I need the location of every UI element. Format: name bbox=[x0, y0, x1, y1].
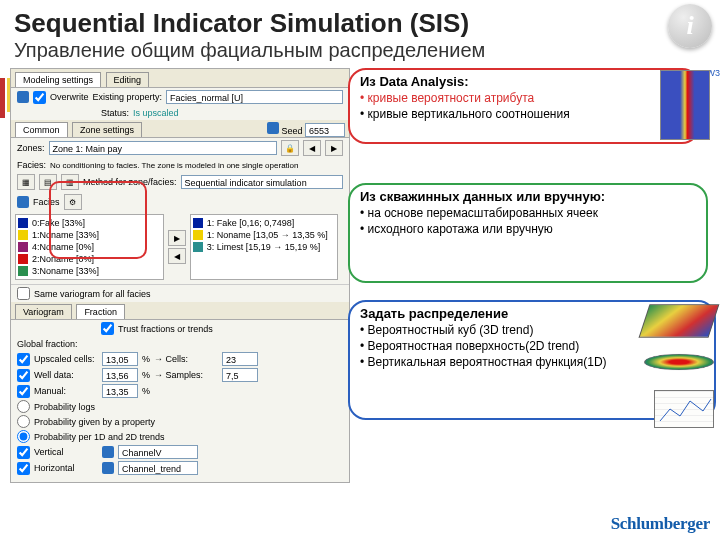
panel-tabs: Modeling settings Editing bbox=[11, 69, 349, 88]
vertical-checkbox[interactable] bbox=[17, 446, 30, 459]
move-left-icon[interactable]: ◀ bbox=[168, 248, 186, 264]
list-item[interactable]: 1: Noname [13,05 → 13,35 %] bbox=[193, 229, 336, 241]
annotation-bullet: • Вероятностная поверхность(2D trend) bbox=[360, 337, 704, 353]
manual-label: Manual: bbox=[34, 386, 98, 396]
radio-prob-1d2d[interactable] bbox=[17, 430, 30, 443]
overwrite-checkbox[interactable] bbox=[33, 91, 46, 104]
tab-editing[interactable]: Editing bbox=[106, 72, 150, 87]
vertical-proportion-thumbnail bbox=[660, 70, 710, 140]
swatch-icon bbox=[193, 230, 203, 240]
welldata-checkbox[interactable] bbox=[17, 369, 30, 382]
arrow-icon[interactable] bbox=[17, 91, 29, 103]
trust-label: Trust fractions or trends bbox=[118, 324, 213, 334]
list-item[interactable]: 1: Fake [0,16; 0,7498] bbox=[193, 217, 336, 229]
annotation-head: Из скважинных данных или вручную: bbox=[360, 189, 696, 204]
existing-property-field[interactable]: Facies_normal [U] bbox=[166, 90, 343, 104]
next-icon[interactable]: ▶ bbox=[325, 140, 343, 156]
status-label: Status: bbox=[101, 108, 129, 118]
seed-field[interactable]: 6553 bbox=[305, 123, 345, 137]
samples-label: → Samples: bbox=[154, 370, 218, 380]
upscaled-field[interactable]: 13,05 bbox=[102, 352, 138, 366]
zones-field[interactable]: Zone 1: Main pay bbox=[49, 141, 277, 155]
page-subtitle: Управление общим фациальным распределени… bbox=[0, 39, 720, 68]
radio-prob-property[interactable] bbox=[17, 415, 30, 428]
channeltrend-field[interactable]: Channel_trend bbox=[118, 461, 198, 475]
welldata-label: Well data: bbox=[34, 370, 98, 380]
annotation-bullet: • на основе перемасштабированных ячеек bbox=[360, 204, 696, 220]
facies-tab-label: Facies: bbox=[17, 160, 46, 170]
tab-modeling-settings[interactable]: Modeling settings bbox=[15, 72, 101, 87]
welldata-field[interactable]: 13,56 bbox=[102, 368, 138, 382]
swatch-icon bbox=[18, 254, 28, 264]
same-variogram-label: Same variogram for all facies bbox=[34, 289, 151, 299]
method-field[interactable]: Sequential indicator simulation bbox=[181, 175, 343, 189]
prev-icon[interactable]: ◀ bbox=[303, 140, 321, 156]
list-item[interactable]: 3: Limest [15,19 → 15,19 %] bbox=[193, 241, 336, 253]
channelv-field[interactable]: ChannelV bbox=[118, 445, 198, 459]
seed-icon[interactable] bbox=[267, 122, 279, 134]
status-value: Is upscaled bbox=[133, 108, 179, 118]
tab-variogram[interactable]: Variogram bbox=[15, 304, 72, 319]
overwrite-label: Overwrite bbox=[50, 92, 89, 102]
radio-prob-1d2d-label: Probability per 1D and 2D trends bbox=[34, 432, 165, 442]
facies-list-right[interactable]: 1: Fake [0,16; 0,7498] 1: Noname [13,05 … bbox=[190, 214, 339, 280]
chart-1d-icon bbox=[654, 390, 714, 428]
radio-prob-logs-label: Probability logs bbox=[34, 402, 95, 412]
same-variogram-checkbox[interactable] bbox=[17, 287, 30, 300]
radio-prob-logs[interactable] bbox=[17, 400, 30, 413]
surface-2d-icon bbox=[644, 354, 714, 370]
radio-prob-property-label: Probability given by a property bbox=[34, 417, 155, 427]
tab-common[interactable]: Common bbox=[15, 122, 68, 137]
facies-highlight-frame bbox=[49, 181, 147, 259]
well-bar-icon bbox=[0, 78, 5, 118]
tab-zone-settings[interactable]: Zone settings bbox=[72, 122, 142, 137]
swatch-icon bbox=[18, 242, 28, 252]
annotation-bullet: • кривые вероятности атрибута bbox=[360, 89, 688, 105]
swatch-icon bbox=[18, 266, 28, 276]
tool-icon-1[interactable]: ▦ bbox=[17, 174, 35, 190]
cube-3d-icon bbox=[639, 304, 720, 338]
cells-label: → Cells: bbox=[154, 354, 218, 364]
footer-logo: Schlumberger bbox=[611, 514, 710, 534]
upscaled-checkbox[interactable] bbox=[17, 353, 30, 366]
prop-icon bbox=[102, 446, 114, 458]
manual-checkbox[interactable] bbox=[17, 385, 30, 398]
trust-checkbox[interactable] bbox=[101, 322, 114, 335]
cells-field[interactable]: 23 bbox=[222, 352, 258, 366]
lock-icon[interactable]: 🔒 bbox=[281, 140, 299, 156]
annotation-bullet: • исходного каротажа или вручную bbox=[360, 220, 696, 236]
seed-label: Seed bbox=[281, 126, 302, 136]
swatch-icon bbox=[193, 218, 203, 228]
annotation-bullet: • кривые вертикального соотношения bbox=[360, 105, 688, 121]
manual-field[interactable]: 13,35 bbox=[102, 384, 138, 398]
horizontal-checkbox[interactable] bbox=[17, 462, 30, 475]
vertical-label: Vertical bbox=[34, 447, 98, 457]
swatch-icon bbox=[193, 242, 203, 252]
zones-label: Zones: bbox=[17, 143, 45, 153]
samples-field[interactable]: 7,5 bbox=[222, 368, 258, 382]
swatch-icon bbox=[18, 218, 28, 228]
annotation-well-data: Из скважинных данных или вручную: • на о… bbox=[348, 183, 708, 283]
swatch-icon bbox=[18, 230, 28, 240]
upscaled-label: Upscaled cells: bbox=[34, 354, 98, 364]
list-item[interactable]: 3:Noname [33%] bbox=[18, 265, 161, 277]
annotation-data-analysis: Из Data Analysis: • кривые вероятности а… bbox=[348, 68, 700, 144]
prop-icon bbox=[102, 462, 114, 474]
global-fraction-label: Global fraction: bbox=[17, 339, 78, 349]
page-title: Sequential Indicator Simulation (SIS) bbox=[0, 0, 720, 39]
existing-property-label: Existing property: bbox=[93, 92, 163, 102]
modeling-panel: Modeling settings Editing Overwrite Exis… bbox=[10, 68, 350, 483]
annotation-head: Из Data Analysis: bbox=[360, 74, 688, 89]
facies-msg: No conditioning to facies. The zone is m… bbox=[50, 161, 298, 170]
facies-section-icon bbox=[17, 196, 29, 208]
info-icon: i bbox=[668, 4, 712, 48]
move-right-icon[interactable]: ▶ bbox=[168, 230, 186, 246]
tab-fraction[interactable]: Fraction bbox=[76, 304, 125, 319]
horizontal-label: Horizontal bbox=[34, 463, 98, 473]
